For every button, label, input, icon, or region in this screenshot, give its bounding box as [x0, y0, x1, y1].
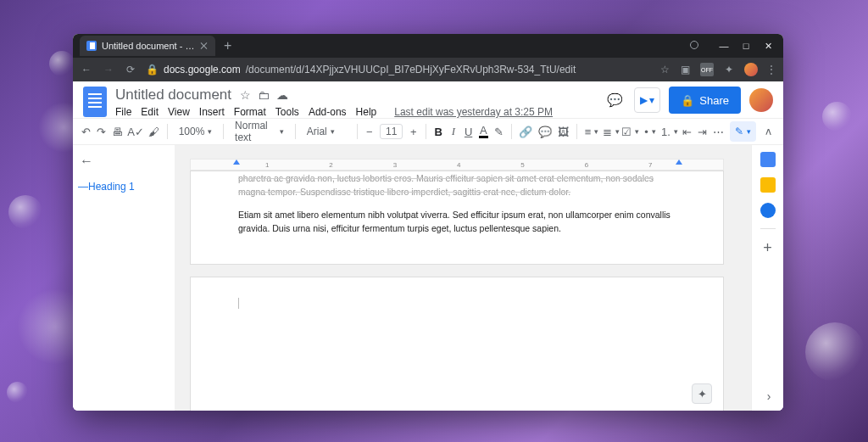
- browser-menu-icon[interactable]: ⋮: [766, 64, 776, 76]
- window-maximize-button[interactable]: □: [741, 41, 751, 51]
- collapse-toolbar-button[interactable]: ʌ: [762, 126, 775, 137]
- share-label: Share: [699, 94, 729, 107]
- present-button[interactable]: ▶ ▾: [634, 87, 660, 113]
- separator: [223, 124, 224, 139]
- left-indent-marker-icon[interactable]: [233, 159, 242, 168]
- separator: [357, 124, 358, 139]
- cloud-status-icon[interactable]: ☁: [276, 88, 288, 102]
- outline-close-button[interactable]: ←: [80, 154, 168, 169]
- text-color-button[interactable]: A: [479, 125, 488, 138]
- last-edit-link[interactable]: Last edit was yesterday at 3:25 PM: [394, 106, 553, 118]
- font-dropdown[interactable]: Arial: [303, 126, 349, 137]
- outline-heading-1[interactable]: Heading 1: [80, 181, 168, 193]
- bold-button[interactable]: B: [434, 125, 443, 138]
- side-panel: +: [751, 145, 783, 411]
- extensions-puzzle-icon[interactable]: ✦: [722, 63, 736, 76]
- docs-favicon-icon: [86, 41, 97, 51]
- underline-button[interactable]: U: [464, 125, 473, 138]
- document-page-2[interactable]: [190, 277, 724, 411]
- decrease-indent-button[interactable]: ⇤: [682, 125, 692, 138]
- docs-logo-icon[interactable]: [83, 87, 107, 117]
- font-size-increase[interactable]: +: [409, 125, 418, 138]
- tasks-app-icon[interactable]: [760, 203, 776, 218]
- highlight-button[interactable]: ✎: [494, 125, 504, 138]
- explore-button[interactable]: ✦: [692, 383, 712, 404]
- redo-button[interactable]: ↷: [97, 125, 106, 138]
- text-cursor: [238, 298, 239, 309]
- menu-bar: File Edit View Insert Format Tools Add-o…: [115, 106, 553, 118]
- paragraph-text[interactable]: pharetra ac gravida non, luctus lobortis…: [238, 171, 676, 199]
- ruler-tick: 3: [393, 161, 397, 169]
- separator: [167, 124, 168, 139]
- paint-format-button[interactable]: 🖌: [148, 125, 159, 138]
- docs-header: Untitled document ☆ 🗀 ☁ File Edit View I…: [73, 81, 783, 118]
- menu-help[interactable]: Help: [356, 106, 377, 118]
- profile-indicator-icon[interactable]: [690, 41, 698, 49]
- extension-off-icon[interactable]: OFF: [700, 63, 714, 76]
- menu-file[interactable]: File: [115, 106, 131, 118]
- line-spacing-dropdown[interactable]: ≣: [604, 125, 618, 138]
- window-close-button[interactable]: ✕: [763, 41, 773, 51]
- menu-format[interactable]: Format: [234, 106, 266, 118]
- print-button[interactable]: 🖶: [112, 125, 123, 138]
- menu-edit[interactable]: Edit: [141, 106, 159, 118]
- present-icon: ▶: [640, 94, 648, 106]
- paragraph-text[interactable]: Etiam sit amet libero elementum nibh vol…: [238, 208, 676, 236]
- undo-button[interactable]: ↶: [81, 125, 91, 138]
- spellcheck-button[interactable]: A✓: [129, 125, 142, 138]
- zoom-dropdown[interactable]: 100%: [175, 126, 216, 137]
- star-document-icon[interactable]: ☆: [240, 88, 251, 102]
- menu-view[interactable]: View: [168, 106, 190, 118]
- extension-tag-icon[interactable]: ▣: [678, 63, 692, 76]
- editing-mode-dropdown[interactable]: ✎: [730, 121, 756, 142]
- add-addon-button[interactable]: +: [763, 239, 772, 257]
- hide-side-panel-button[interactable]: ›: [760, 387, 778, 406]
- tab-close-icon[interactable]: [200, 42, 209, 50]
- ruler-tick: 7: [648, 161, 652, 169]
- share-button[interactable]: 🔒 Share: [669, 87, 741, 114]
- font-size-decrease[interactable]: −: [364, 125, 374, 138]
- account-avatar[interactable]: [749, 88, 773, 112]
- bulleted-list-button[interactable]: •: [643, 125, 657, 138]
- insert-link-button[interactable]: 🔗: [519, 125, 532, 138]
- document-outline: ← Heading 1: [73, 145, 175, 411]
- nav-back-button[interactable]: ←: [80, 64, 93, 76]
- move-document-icon[interactable]: 🗀: [258, 88, 270, 102]
- lock-icon: 🔒: [146, 64, 159, 76]
- style-dropdown[interactable]: Normal text: [231, 120, 287, 143]
- document-canvas[interactable]: 1 2 3 4 5 6 7 pharetra ac gravida non, l…: [175, 145, 751, 411]
- tab-strip: Untitled document - Google Doc + — □ ✕: [73, 34, 783, 58]
- menu-tools[interactable]: Tools: [275, 106, 299, 118]
- insert-image-button[interactable]: 🖼: [558, 125, 569, 138]
- browser-tab[interactable]: Untitled document - Google Doc: [80, 36, 215, 56]
- italic-button[interactable]: I: [449, 125, 459, 138]
- tab-title: Untitled document - Google Doc: [102, 41, 195, 51]
- right-indent-marker-icon[interactable]: [676, 159, 684, 168]
- menu-insert[interactable]: Insert: [199, 106, 225, 118]
- share-lock-icon: 🔒: [681, 94, 694, 107]
- add-comment-button[interactable]: 💬: [538, 125, 552, 138]
- nav-reload-button[interactable]: ⟳: [124, 64, 137, 76]
- document-title[interactable]: Untitled document: [115, 87, 231, 104]
- more-formatting-button[interactable]: ⋯: [713, 125, 724, 138]
- checklist-button[interactable]: ☑: [624, 125, 637, 138]
- document-page-1[interactable]: pharetra ac gravida non, luctus lobortis…: [190, 171, 724, 265]
- horizontal-ruler[interactable]: 1 2 3 4 5 6 7: [190, 159, 724, 171]
- window-minimize-button[interactable]: —: [719, 41, 729, 51]
- keep-app-icon[interactable]: [760, 177, 776, 193]
- profile-avatar-icon[interactable]: [744, 63, 758, 76]
- nav-forward-button[interactable]: →: [102, 64, 115, 76]
- menu-addons[interactable]: Add-ons: [309, 106, 347, 118]
- url-box[interactable]: 🔒 docs.google.com/document/d/14XPjjxzVHU…: [146, 64, 652, 76]
- separator: [295, 124, 296, 139]
- comment-history-button[interactable]: 💬: [604, 89, 626, 111]
- ruler-tick: 2: [329, 161, 332, 169]
- numbered-list-button[interactable]: 1.: [663, 125, 676, 138]
- increase-indent-button[interactable]: ⇥: [698, 125, 707, 138]
- bookmark-star-icon[interactable]: ☆: [660, 64, 670, 76]
- url-host: docs.google.com: [164, 64, 241, 76]
- new-tab-button[interactable]: +: [215, 39, 240, 53]
- font-size-input[interactable]: 11: [380, 124, 403, 139]
- align-dropdown[interactable]: ≡: [585, 125, 598, 138]
- calendar-app-icon[interactable]: [760, 152, 776, 167]
